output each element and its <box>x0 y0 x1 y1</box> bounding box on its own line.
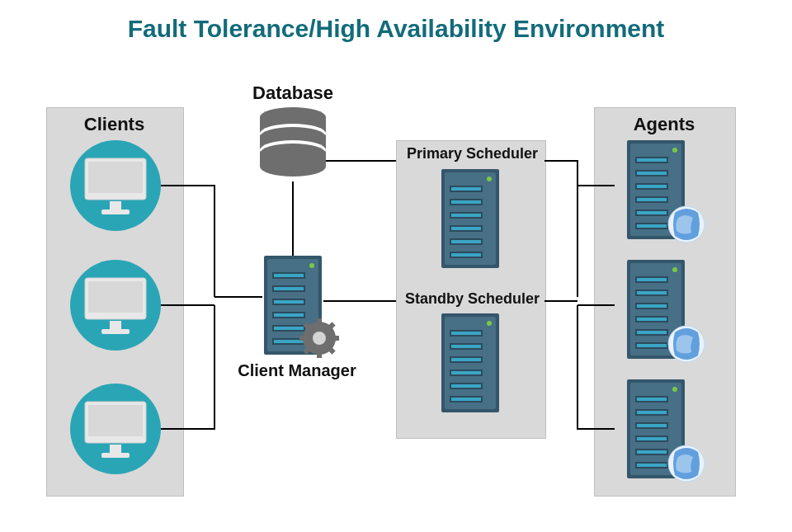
agent-globe-icon-1 <box>668 206 705 242</box>
client-icon-2 <box>70 260 161 351</box>
client-icon-3 <box>70 384 161 474</box>
connectors <box>161 161 615 429</box>
standby-scheduler-icon <box>441 313 499 412</box>
primary-scheduler-icon <box>441 169 499 268</box>
agent-globe-icon-3 <box>668 445 705 482</box>
agent-globe-icon-2 <box>668 326 705 362</box>
client-manager-gear-icon <box>299 318 339 358</box>
client-icon-1 <box>70 140 161 231</box>
database-icon <box>260 107 326 177</box>
